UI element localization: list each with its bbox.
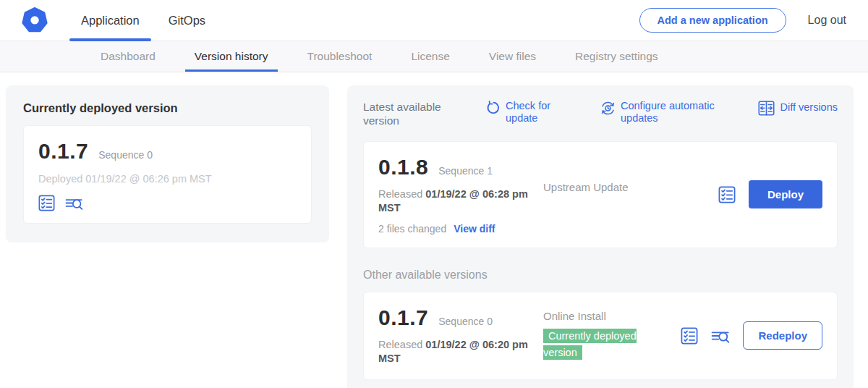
subnav-item-troubleshoot[interactable]: Troubleshoot: [288, 41, 392, 72]
app-logo-icon: [22, 7, 48, 33]
diff-versions-link[interactable]: Diff versions: [758, 100, 838, 116]
deployed-version-number: 0.1.7: [38, 139, 88, 164]
currently-deployed-badge: Currently deployed version: [543, 329, 637, 360]
app-subnav: Dashboard Version history Troubleshoot L…: [0, 41, 868, 72]
view-logs-icon[interactable]: [65, 195, 83, 211]
files-changed-label: 2 files changed: [378, 223, 446, 235]
subnav-item-view-files[interactable]: View files: [469, 41, 556, 72]
latest-available-title: Latest available version: [363, 100, 456, 128]
deployed-timestamp: Deployed 01/19/22 @ 06:26 pm MST: [38, 173, 297, 185]
other-version-card: 0.1.7 Sequence 0 Released 01/19/22 @ 06:…: [363, 292, 838, 380]
deploy-button[interactable]: Deploy: [749, 180, 822, 208]
check-for-update-label: Check for update: [506, 100, 562, 125]
add-application-button[interactable]: Add a new application: [639, 8, 786, 33]
other-version-number: 0.1.7: [378, 305, 428, 330]
currently-deployed-badge-wrap: Currently deployed version: [543, 328, 652, 361]
view-logs-icon[interactable]: [711, 327, 730, 345]
subnav-item-dashboard[interactable]: Dashboard: [81, 41, 175, 72]
top-header: Application GitOps Add a new application…: [0, 0, 868, 41]
logout-link[interactable]: Log out: [808, 14, 846, 27]
subnav-item-license-label: License: [411, 50, 449, 63]
latest-sequence-label: Sequence 1: [438, 165, 493, 177]
other-version-source: Online Install: [543, 310, 681, 322]
subnav-item-view-files-label: View files: [489, 50, 536, 63]
other-released-timestamp: Released 01/19/22 @ 06:20 pm MST: [378, 338, 536, 366]
subnav-item-registry-settings[interactable]: Registry settings: [556, 41, 678, 72]
subnav-item-registry-settings-label: Registry settings: [575, 50, 658, 63]
view-diff-link[interactable]: View diff: [454, 223, 495, 235]
released-prefix: Released: [378, 339, 422, 350]
check-for-update-link[interactable]: Check for update: [486, 100, 571, 125]
latest-version-source: Upstream Update: [536, 155, 718, 193]
subnav-item-dashboard-label: Dashboard: [101, 50, 156, 63]
currently-deployed-title: Currently deployed version: [23, 101, 312, 115]
version-config-checklist-icon[interactable]: [718, 186, 736, 203]
tab-application[interactable]: Application: [69, 0, 151, 41]
subnav-item-version-history-label: Version history: [195, 50, 268, 63]
latest-released-timestamp: Released 01/19/22 @ 06:28 pm MST: [378, 187, 536, 216]
subnav-item-version-history[interactable]: Version history: [175, 41, 288, 72]
deployed-version-card: 0.1.7 Sequence 0 Deployed 01/19/22 @ 06:…: [23, 125, 312, 224]
available-versions-panel: Latest available version Check for updat…: [347, 85, 854, 388]
currently-deployed-panel: Currently deployed version 0.1.7 Sequenc…: [6, 85, 329, 242]
diff-versions-icon: [758, 101, 775, 116]
latest-version-card: 0.1.8 Sequence 1 Released 01/19/22 @ 06:…: [363, 141, 838, 248]
released-prefix: Released: [378, 188, 422, 200]
version-config-checklist-icon[interactable]: [38, 195, 55, 211]
configure-automatic-updates-label: Configure automatic updates: [621, 100, 729, 125]
other-available-versions-title: Other available versions: [363, 269, 838, 282]
redeploy-button[interactable]: Redeploy: [743, 321, 822, 350]
subnav-item-license[interactable]: License: [391, 41, 469, 72]
tab-gitops[interactable]: GitOps: [157, 0, 217, 41]
tab-gitops-label: GitOps: [169, 14, 205, 28]
tab-application-label: Application: [81, 14, 140, 28]
latest-version-number: 0.1.8: [378, 155, 428, 180]
diff-versions-label: Diff versions: [780, 101, 838, 114]
version-config-checklist-icon[interactable]: [681, 327, 698, 345]
other-sequence-label: Sequence 0: [438, 316, 493, 327]
configure-automatic-updates-link[interactable]: Configure automatic updates: [600, 100, 736, 125]
main-content: Currently deployed version 0.1.7 Sequenc…: [0, 72, 868, 388]
auto-update-clock-icon: [600, 101, 616, 116]
deployed-sequence-label: Sequence 0: [98, 149, 153, 161]
refresh-icon: [486, 101, 501, 115]
subnav-item-troubleshoot-label: Troubleshoot: [307, 50, 373, 63]
